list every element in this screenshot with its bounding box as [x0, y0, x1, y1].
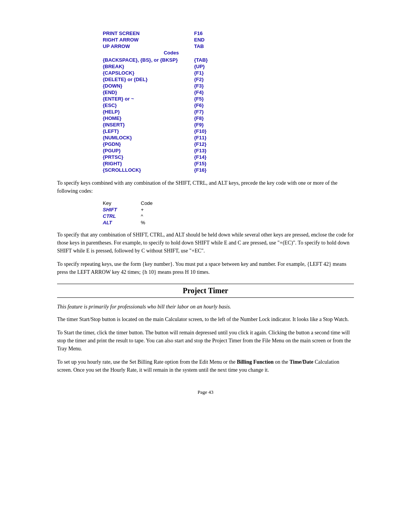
page-number: Page 43	[57, 389, 354, 395]
code-f3: {F3}	[194, 83, 240, 89]
table-row: {INSERT} {F9}	[103, 122, 354, 128]
key-right: {RIGHT}	[103, 161, 194, 166]
key-prtsc: {PRTSC}	[103, 154, 194, 160]
table-row: PRINT SCREEN F16	[103, 30, 354, 36]
code-f7: {F7}	[194, 109, 240, 115]
key-scrolllock: {SCROLLLOCK}	[103, 167, 194, 173]
code-up: {UP}	[194, 64, 240, 69]
modifier-shift-code: +	[141, 207, 171, 212]
key-header: Key	[103, 200, 141, 206]
key-end: {END}	[103, 89, 194, 95]
section-title-container: Project Timer	[57, 284, 354, 298]
key-home: {HOME}	[103, 115, 194, 121]
code-tab-val: {TAB}	[194, 57, 240, 63]
table-row: {HELP} {F7}	[103, 109, 354, 115]
modifier-alt: ALT	[103, 220, 141, 225]
modifier-ctrl: CTRL	[103, 213, 141, 219]
code-f4: {F4}	[194, 89, 240, 95]
table-row: {PGUP} {F13}	[103, 148, 354, 153]
code-f11: {F11}	[194, 135, 240, 141]
modifier-alt-code: %	[141, 220, 171, 225]
key-enter: {ENTER} or ~	[103, 96, 194, 102]
code-f15: {F15}	[194, 161, 240, 166]
table-row: {END} {F4}	[103, 89, 354, 95]
table-row: {BREAK} {UP}	[103, 64, 354, 69]
codes-header-row: Codes	[103, 50, 354, 56]
code-header: Code	[141, 200, 171, 206]
paragraph-6-part2: on the	[274, 359, 290, 365]
table-row: RIGHT ARROW END	[103, 37, 354, 43]
table-row: {NUMLOCK} {F11}	[103, 135, 354, 141]
table-row: {DOWN} {F3}	[103, 83, 354, 89]
table-row: {CAPSLOCK} {F1}	[103, 70, 354, 76]
code-tab: TAB	[194, 43, 240, 49]
section-title: Project Timer	[183, 286, 228, 295]
key-pgup: {PGUP}	[103, 148, 194, 153]
table-row: UP ARROW TAB	[103, 43, 354, 49]
modifier-row-shift: SHIFT +	[103, 207, 354, 212]
code-f8: {F8}	[194, 115, 240, 121]
paragraph-6: To set up you hourly rate, use the Set B…	[57, 358, 354, 374]
codes-header: Codes	[103, 50, 240, 56]
paragraph-3: To specify repeating keys, use the form …	[57, 260, 354, 276]
table-row: {DELETE} or {DEL} {F2}	[103, 77, 354, 82]
code-f14: {F14}	[194, 154, 240, 160]
key-down: {DOWN}	[103, 83, 194, 89]
key-right-arrow: RIGHT ARROW	[103, 37, 194, 43]
code-f13: {F13}	[194, 148, 240, 153]
code-f2: {F2}	[194, 77, 240, 82]
table-row: {HOME} {F8}	[103, 115, 354, 121]
paragraph-1: To specify keys combined with any combin…	[57, 179, 354, 195]
italic-paragraph: This feature is primarily for profession…	[57, 304, 354, 310]
modifier-row-ctrl: CTRL ^	[103, 213, 354, 219]
table-row: {PRTSC} {F14}	[103, 154, 354, 160]
code-f1: {F1}	[194, 70, 240, 76]
key-print-screen: PRINT SCREEN	[103, 30, 194, 36]
code-f5: {F5}	[194, 96, 240, 102]
paragraph-6-part1: To set up you hourly rate, use the Set B…	[57, 359, 237, 365]
table-row: {ENTER} or ~ {F5}	[103, 96, 354, 102]
key-numlock: {NUMLOCK}	[103, 135, 194, 141]
modifier-header-row: Key Code	[103, 200, 354, 206]
paragraph-2: To specify that any combination of SHIFT…	[57, 231, 354, 255]
key-backspace: {BACKSPACE}, {BS}, or {BKSP}	[103, 57, 194, 63]
modifier-ctrl-code: ^	[141, 213, 171, 219]
paragraph-6-bold2: Time/Date	[290, 359, 314, 365]
key-pgdn: {PGDN}	[103, 141, 194, 147]
key-break: {BREAK}	[103, 64, 194, 69]
paragraph-4: The timer Start/Stop button is located o…	[57, 315, 354, 323]
code-f10: {F10}	[194, 128, 240, 134]
page-content: PRINT SCREEN F16 RIGHT ARROW END UP ARRO…	[57, 0, 354, 418]
code-f16: {F16}	[194, 167, 240, 173]
code-end: END	[194, 37, 240, 43]
key-left: {LEFT}	[103, 128, 194, 134]
key-help: {HELP}	[103, 109, 194, 115]
table-row: {RIGHT} {F15}	[103, 161, 354, 166]
key-insert: {INSERT}	[103, 122, 194, 128]
code-f9: {F9}	[194, 122, 240, 128]
paragraph-5: To Start the timer, click the timer butt…	[57, 329, 354, 353]
modifier-table: Key Code SHIFT + CTRL ^ ALT %	[103, 200, 354, 225]
code-f16: F16	[194, 30, 240, 36]
key-capslock: {CAPSLOCK}	[103, 70, 194, 76]
table-row: {ESC} {F6}	[103, 102, 354, 108]
key-delete: {DELETE} or {DEL}	[103, 77, 194, 82]
table-row: {PGDN} {F12}	[103, 141, 354, 147]
table-row: {LEFT} {F10}	[103, 128, 354, 134]
key-table-top: PRINT SCREEN F16 RIGHT ARROW END UP ARRO…	[103, 30, 354, 173]
paragraph-6-bold: Billing Function	[237, 359, 274, 365]
modifier-shift: SHIFT	[103, 207, 141, 212]
table-row: {BACKSPACE}, {BS}, or {BKSP} {TAB}	[103, 57, 354, 63]
code-f12: {F12}	[194, 141, 240, 147]
key-up-arrow: UP ARROW	[103, 43, 194, 49]
table-row: {SCROLLLOCK} {F16}	[103, 167, 354, 173]
key-esc: {ESC}	[103, 102, 194, 108]
modifier-row-alt: ALT %	[103, 220, 354, 225]
code-f6: {F6}	[194, 102, 240, 108]
